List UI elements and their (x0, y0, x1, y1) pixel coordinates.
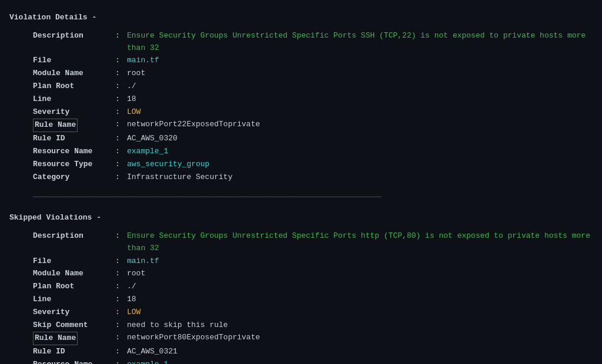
field-label: File (33, 55, 115, 67)
table-row: Plan Root:./ (33, 80, 593, 93)
violation-details-section: Violation Details - Description:Ensure S… (9, 12, 593, 204)
field-label: Resource Name (33, 146, 115, 158)
field-value: example_1 (127, 146, 168, 158)
table-row: Skip Comment:need to skip this rule (33, 319, 593, 332)
field-colon: : (115, 80, 127, 93)
field-colon: : (115, 68, 127, 80)
table-row: Plan Root:./ (33, 281, 593, 293)
field-value: Infrastructure Security (127, 171, 232, 184)
field-value: root (127, 268, 145, 280)
field-label: Module Name (33, 68, 115, 80)
divider-1: ────────────────────────────────────────… (33, 191, 327, 204)
field-value: AC_AWS_0320 (127, 133, 178, 145)
field-colon: : (115, 230, 127, 242)
violation-details-title: Violation Details - (9, 12, 593, 24)
table-row: Resource Type:aws_security_group (33, 159, 593, 171)
field-colon: : (115, 106, 127, 119)
field-label: Category (33, 171, 115, 184)
field-colon: : (115, 306, 127, 319)
field-value: AC_AWS_0321 (127, 346, 178, 358)
field-value: root (127, 68, 145, 80)
field-colon: : (115, 281, 127, 293)
field-value: example_1 (127, 359, 168, 364)
table-row: File:main.tf (33, 255, 593, 268)
field-colon: : (115, 55, 127, 67)
field-colon: : (115, 268, 127, 280)
field-value: Ensure Security Groups Unrestricted Spec… (127, 230, 593, 255)
table-row: Module Name:root (33, 68, 593, 80)
field-label: Severity (33, 106, 115, 119)
field-value: ./ (127, 80, 136, 93)
table-row: Resource Name:example_1 (33, 359, 593, 364)
field-label: Skip Comment (33, 319, 115, 332)
terminal-output: Violation Details - Description:Ensure S… (9, 12, 593, 364)
field-colon: : (115, 119, 127, 131)
field-colon: : (115, 294, 127, 306)
field-value: networkPort22ExposedToprivate (127, 119, 260, 131)
field-colon: : (115, 93, 127, 106)
field-value: LOW (127, 106, 141, 119)
field-colon: : (115, 159, 127, 171)
skipped-violations-section: Skipped Violations - Description:Ensure … (9, 212, 593, 364)
field-colon: : (115, 332, 127, 344)
field-value: Ensure Security Groups Unrestricted Spec… (127, 30, 593, 55)
table-row: Rule ID:AC_AWS_0321 (33, 346, 593, 358)
field-label: File (33, 255, 115, 268)
violation-details-table: Description:Ensure Security Groups Unres… (33, 30, 593, 184)
field-label: Line (33, 93, 115, 106)
field-colon: : (115, 359, 127, 364)
table-row: Severity:LOW (33, 306, 593, 319)
skipped-violations-title: Skipped Violations - (9, 212, 593, 224)
table-row: Category:Infrastructure Security (33, 171, 593, 184)
field-label: Severity (33, 306, 115, 319)
field-label: Plan Root (33, 281, 115, 293)
field-value: need to skip this rule (127, 319, 228, 332)
field-label: Rule Name (33, 332, 115, 345)
table-row: Severity:LOW (33, 106, 593, 119)
field-value: aws_security_group (127, 159, 209, 171)
field-label: Rule Name (33, 119, 115, 132)
field-label: Resource Name (33, 359, 115, 364)
field-colon: : (115, 346, 127, 358)
field-label: Resource Type (33, 159, 115, 171)
field-label: Line (33, 294, 115, 306)
field-colon: : (115, 319, 127, 332)
table-row: Rule Name:networkPort80ExposedToprivate (33, 332, 593, 345)
table-row: Rule ID:AC_AWS_0320 (33, 133, 593, 145)
field-label: Plan Root (33, 80, 115, 93)
field-label: Description (33, 30, 115, 42)
field-value: main.tf (127, 55, 159, 67)
field-value: networkPort80ExposedToprivate (127, 332, 260, 344)
table-row: Resource Name:example_1 (33, 146, 593, 158)
table-row: Rule Name:networkPort22ExposedToprivate (33, 119, 593, 132)
skipped-violations-table: Description:Ensure Security Groups Unres… (33, 230, 593, 364)
field-colon: : (115, 255, 127, 268)
table-row: Module Name:root (33, 268, 593, 280)
field-colon: : (115, 146, 127, 158)
field-colon: : (115, 30, 127, 42)
field-label: Description (33, 230, 115, 242)
field-value: 18 (127, 294, 136, 306)
field-colon: : (115, 133, 127, 145)
table-row: Description:Ensure Security Groups Unres… (33, 230, 593, 255)
field-value: LOW (127, 306, 141, 319)
table-row: Line:18 (33, 93, 593, 106)
table-row: Line:18 (33, 294, 593, 306)
table-row: File:main.tf (33, 55, 593, 67)
field-label: Rule ID (33, 346, 115, 358)
field-value: 18 (127, 93, 136, 106)
field-label: Module Name (33, 268, 115, 280)
field-colon: : (115, 171, 127, 184)
field-value: ./ (127, 281, 136, 293)
table-row: Description:Ensure Security Groups Unres… (33, 30, 593, 55)
field-value: main.tf (127, 255, 159, 268)
field-label: Rule ID (33, 133, 115, 145)
